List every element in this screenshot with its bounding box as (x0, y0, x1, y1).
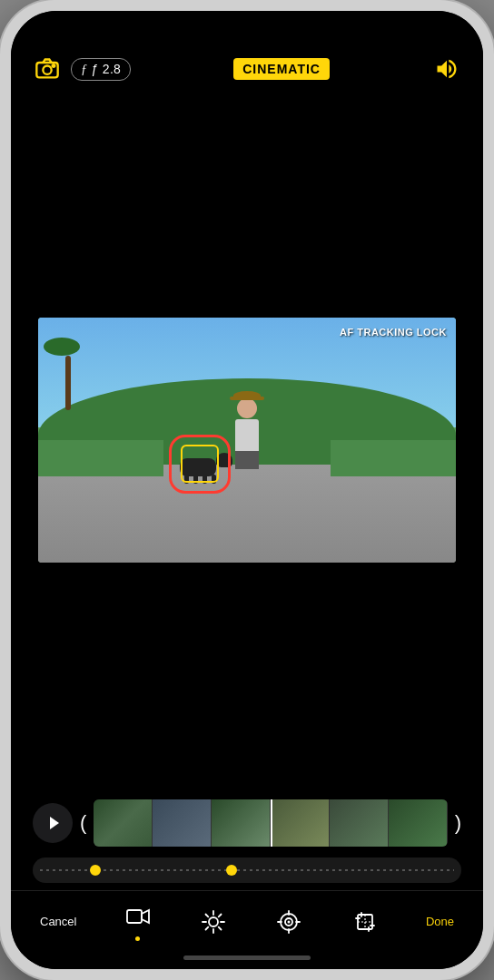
person-body (235, 419, 259, 451)
crop-button[interactable] (351, 907, 380, 936)
play-button[interactable] (33, 803, 73, 843)
done-label: Done (426, 915, 454, 928)
person-hat (233, 391, 261, 400)
person-figure (235, 398, 259, 469)
person-legs (235, 451, 259, 469)
focus-button[interactable] (274, 907, 303, 936)
camera-icon[interactable] (33, 54, 62, 83)
film-frame-6 (389, 799, 448, 847)
palm-trunk (65, 356, 71, 410)
svg-line-13 (206, 926, 209, 929)
camera-svg (35, 56, 60, 82)
timeline-container: ( ) (11, 781, 483, 854)
phone-notch (183, 11, 311, 36)
top-left-controls: ƒ ƒ 2.8 (33, 54, 131, 83)
timeline-bracket-left: ( (80, 799, 86, 847)
phone-screen: ƒ ƒ 2.8 CINEMATIC (11, 11, 483, 969)
focus-track-inner (40, 858, 454, 883)
adjust-button[interactable] (199, 907, 228, 936)
video-svg (125, 904, 151, 929)
timeline-strip[interactable] (94, 799, 447, 847)
palm-tree-left (59, 342, 77, 415)
svg-point-5 (209, 917, 218, 926)
film-frame-5 (330, 799, 389, 847)
svg-point-1 (43, 66, 51, 74)
film-frame-2 (153, 799, 212, 847)
af-tracking-label: AF TRACKING LOCK (340, 327, 447, 338)
film-frame-4 (271, 799, 330, 847)
video-mode-button[interactable] (124, 902, 153, 941)
cancel-button[interactable]: Cancel (40, 915, 76, 928)
svg-point-16 (288, 920, 291, 923)
playhead (271, 799, 272, 847)
toolbar: Cancel (11, 890, 483, 956)
play-icon (47, 816, 62, 830)
person-head (237, 398, 257, 418)
film-frame-1 (94, 799, 153, 847)
volume-icon[interactable] (432, 54, 461, 83)
grass-left (38, 440, 163, 477)
svg-point-2 (53, 64, 55, 67)
adjust-icon (199, 907, 228, 936)
focus-overlay (168, 435, 232, 494)
home-indicator (183, 956, 311, 960)
timeline-bracket-right: ) (455, 799, 461, 847)
focus-yellow-square (181, 445, 219, 483)
svg-rect-4 (127, 910, 142, 923)
svg-line-10 (206, 914, 209, 916)
done-button[interactable]: Done (426, 915, 454, 928)
person-leg-left (235, 451, 245, 469)
focus-dot-2 (226, 865, 237, 876)
crop-icon (351, 907, 380, 936)
focus-dot-1 (90, 865, 101, 876)
svg-line-12 (219, 914, 222, 916)
aperture-value: ƒ 2.8 (92, 62, 122, 76)
focus-icon (274, 907, 303, 936)
cinematic-badge[interactable]: CINEMATIC (233, 58, 330, 80)
cancel-label: Cancel (40, 915, 76, 928)
crop-svg (352, 909, 378, 935)
video-frame[interactable]: AF TRACKING LOCK (38, 318, 456, 563)
video-scene: AF TRACKING LOCK (38, 318, 456, 563)
palm-leaves (44, 338, 80, 356)
main-content: AF TRACKING LOCK (11, 98, 483, 781)
grass-right (331, 440, 456, 477)
dots-line (40, 869, 454, 871)
svg-marker-3 (50, 817, 59, 829)
adjust-svg (201, 909, 226, 935)
cinematic-label: CINEMATIC (242, 62, 321, 76)
video-dot (135, 936, 140, 941)
volume-svg (434, 56, 459, 82)
road-bg (38, 465, 456, 563)
film-frame-3 (212, 799, 271, 847)
focus-svg (276, 909, 301, 935)
person-leg-right (249, 451, 259, 469)
video-icon (124, 902, 153, 931)
aperture-badge[interactable]: ƒ ƒ 2.8 (71, 58, 131, 81)
phone-frame: ƒ ƒ 2.8 CINEMATIC (0, 0, 494, 980)
aperture-f: ƒ (81, 63, 87, 76)
focus-track[interactable] (33, 858, 461, 883)
bottom-area: ( ) (11, 781, 483, 969)
svg-line-11 (219, 926, 222, 929)
